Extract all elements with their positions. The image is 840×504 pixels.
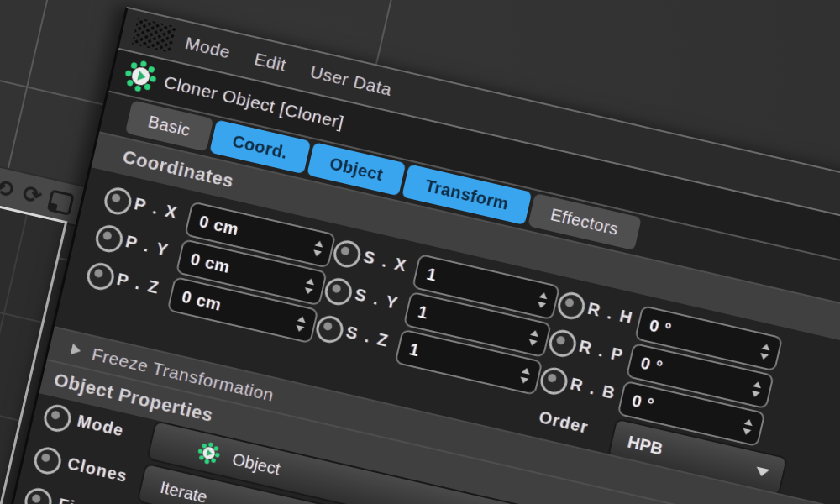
clones-value[interactable]: Iterate <box>140 473 209 504</box>
spinner-down-icon[interactable] <box>759 353 769 360</box>
keyframe-dot-fix-clone[interactable] <box>22 486 54 504</box>
attribute-manager-panel: Mode Edit User Data <box>0 7 840 504</box>
rb-label: R . B <box>568 370 619 407</box>
spinner-up-icon[interactable] <box>522 366 531 374</box>
menu-item-user-data[interactable]: User Data <box>308 61 394 100</box>
mode-value[interactable]: Object <box>230 449 282 479</box>
sx-label: S . X <box>361 243 411 279</box>
tilted-scene: ⟲ ⟳ Mode Edit User Data <box>0 0 840 504</box>
rb-spinner[interactable] <box>736 417 762 438</box>
spinner-up-icon[interactable] <box>753 381 762 388</box>
drag-handle-icon[interactable] <box>132 18 177 53</box>
order-value[interactable]: HPB <box>612 428 665 459</box>
spinner-down-icon[interactable] <box>742 428 751 435</box>
keyframe-dot-rh[interactable] <box>555 290 587 322</box>
spinner-down-icon[interactable] <box>304 287 313 295</box>
keyframe-dot-mode[interactable] <box>41 402 73 434</box>
screenshot-stage: ⟲ ⟳ Mode Edit User Data <box>0 0 840 504</box>
keyframe-dot-sx[interactable] <box>331 238 363 270</box>
spinner-up-icon[interactable] <box>530 329 539 337</box>
py-label: P . Y <box>123 228 171 264</box>
cloner-mode-icon <box>196 440 222 466</box>
rp-label: R . P <box>576 333 627 369</box>
pz-label: P . Z <box>114 265 163 302</box>
spinner-down-icon[interactable] <box>312 249 322 257</box>
pz-spinner[interactable] <box>289 313 315 334</box>
spinner-down-icon[interactable] <box>751 390 760 397</box>
sz-label: S . Z <box>344 318 392 354</box>
rotate-view-icon[interactable]: ⟳ <box>17 180 47 210</box>
rh-spinner[interactable] <box>753 341 780 362</box>
spinner-up-icon[interactable] <box>315 239 324 247</box>
sy-label: S . Y <box>352 281 402 317</box>
spinner-up-icon[interactable] <box>762 343 771 350</box>
spinner-up-icon[interactable] <box>297 315 307 323</box>
keyframe-dot-sz[interactable] <box>313 313 345 345</box>
py-spinner[interactable] <box>298 276 324 297</box>
sy-spinner[interactable] <box>522 328 549 349</box>
keyframe-dot-px[interactable] <box>102 185 134 217</box>
pan-view-icon[interactable]: ⟲ <box>0 173 18 203</box>
spinner-down-icon[interactable] <box>537 301 546 308</box>
rp-spinner[interactable] <box>745 379 771 400</box>
keyframe-dot-pz[interactable] <box>85 260 117 292</box>
collapse-arrow-icon <box>71 344 82 357</box>
viewport-grid-line <box>0 288 19 422</box>
dropdown-arrow-icon <box>755 467 770 478</box>
toggle-view-icon[interactable] <box>47 189 75 216</box>
menu-item-mode[interactable]: Mode <box>183 33 233 63</box>
keyframe-dot-clones[interactable] <box>32 444 64 476</box>
cloner-icon <box>121 57 160 98</box>
keyframe-dot-py[interactable] <box>93 223 125 255</box>
spinner-down-icon[interactable] <box>519 376 528 384</box>
mode-label: Mode <box>76 412 126 441</box>
spinner-down-icon[interactable] <box>528 339 538 346</box>
px-label: P . X <box>132 190 181 226</box>
sz-spinner[interactable] <box>513 365 539 386</box>
fix-clone-label: Fix Clone <box>56 495 142 504</box>
clones-label: Clones <box>66 454 129 486</box>
spinner-down-icon[interactable] <box>295 324 304 332</box>
spinner-up-icon[interactable] <box>744 418 753 426</box>
menu-item-edit[interactable]: Edit <box>253 49 289 76</box>
order-label: Order <box>504 400 591 438</box>
spinner-up-icon[interactable] <box>539 291 549 299</box>
px-spinner[interactable] <box>307 239 333 260</box>
keyframe-dot-rb[interactable] <box>538 365 570 396</box>
spinner-up-icon[interactable] <box>306 277 315 285</box>
keyframe-dot-sy[interactable] <box>323 276 354 307</box>
keyframe-dot-rp[interactable] <box>547 328 579 360</box>
rh-label: R . H <box>585 295 637 332</box>
sx-spinner[interactable] <box>531 290 557 311</box>
